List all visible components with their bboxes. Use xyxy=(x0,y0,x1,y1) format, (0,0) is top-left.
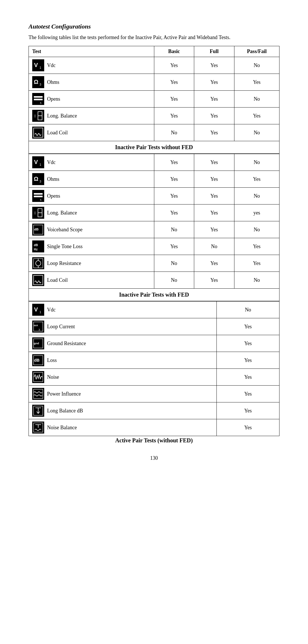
svg-text:5: 5 xyxy=(40,102,41,104)
long-balance-icon-2: ↕ xyxy=(32,207,44,219)
test-cell: Noise Balance xyxy=(29,419,217,436)
table-row: Noise Balance Yes xyxy=(29,419,279,436)
test-cell: Long Balance dB xyxy=(29,402,217,419)
page-number: 130 xyxy=(29,455,279,461)
noise-icon xyxy=(32,371,44,383)
svg-rect-8 xyxy=(34,99,43,100)
test-cell: V 1 Vdc xyxy=(29,57,154,74)
svg-rect-14 xyxy=(33,127,44,138)
table-row: Noise Yes xyxy=(29,369,279,386)
col-header-basic: Basic xyxy=(154,46,194,57)
vdc-icon-2: V 1 xyxy=(32,156,44,168)
vdc-icon-3: V 1 xyxy=(32,304,44,316)
test-cell: Noise xyxy=(29,369,217,386)
table-row: Power Influence Yes xyxy=(29,386,279,402)
section-footer: Active Pair Tests (without FED) xyxy=(29,437,279,444)
test-cell: dB Voiceband Scope xyxy=(29,221,154,238)
test-cell: mA 3 Loop Current xyxy=(29,318,217,335)
svg-text:3: 3 xyxy=(40,83,41,86)
svg-text:mA: mA xyxy=(34,324,38,327)
table-row: dB Hz Single Tone Loss Yes No Yes xyxy=(29,238,279,255)
svg-text:↕: ↕ xyxy=(34,210,36,215)
table-row: Load Coil No Yes No xyxy=(29,124,279,141)
table-row: 5 Opens Yes Yes No xyxy=(29,91,279,108)
svg-text:3: 3 xyxy=(40,180,41,183)
test-cell: dB Hz Single Tone Loss xyxy=(29,238,154,255)
test-cell: Load Coil xyxy=(29,124,154,141)
test-cell: Ω 3 Ohms xyxy=(29,74,154,91)
table-row: mA 3 Loop Current Yes xyxy=(29,318,279,335)
load-coil-icon-2 xyxy=(32,274,44,286)
test-cell: V 1 Vdc xyxy=(29,154,154,171)
svg-rect-24 xyxy=(34,196,43,197)
test-cell: Loop Resistance xyxy=(29,255,154,272)
table-row: Long Balance dB Yes xyxy=(29,402,279,419)
svg-text:Ω: Ω xyxy=(34,176,38,182)
single-tone-loss-icon: dB Hz xyxy=(32,240,44,252)
col-header-passfail: Pass/Fail xyxy=(234,46,279,57)
svg-rect-7 xyxy=(34,96,43,98)
svg-text:V: V xyxy=(34,159,38,165)
ohms-icon: Ω 3 xyxy=(32,76,44,88)
test-cell: Ω 3 Ohms xyxy=(29,171,154,188)
power-influence-icon xyxy=(32,388,44,400)
table-row: gnd Ground Resistance Yes xyxy=(29,335,279,352)
table1: Test Basic Full Pass/Fail V 1 Vdc Yes Ye… xyxy=(29,46,279,141)
svg-text:dB: dB xyxy=(34,227,39,231)
test-cell: ↕ Long. Balance xyxy=(29,204,154,221)
table-row: Loop Resistance No Yes Yes xyxy=(29,255,279,272)
test-cell: 5 Opens xyxy=(29,188,154,204)
test-cell: V 1 Vdc xyxy=(29,301,217,318)
svg-rect-58 xyxy=(33,388,44,399)
svg-rect-41 xyxy=(33,275,44,285)
loop-resistance-icon xyxy=(32,257,44,269)
svg-text:3: 3 xyxy=(38,328,40,331)
svg-text:V: V xyxy=(34,306,38,313)
loss-icon: dB xyxy=(32,354,44,366)
svg-text:dB: dB xyxy=(34,358,40,362)
table3: V 1 Vdc No mA 3 Loop Current xyxy=(29,301,279,436)
voiceband-scope-icon: dB xyxy=(32,224,44,236)
table-row: 5 Opens Yes Yes No xyxy=(29,188,279,204)
table-row: ↕ Long. Balance Yes Yes Yes xyxy=(29,108,279,124)
svg-text:1: 1 xyxy=(40,66,41,69)
opens-icon: 5 xyxy=(32,93,44,105)
section-header-2: Inactive Pair Tests with FED xyxy=(29,289,279,301)
section-header-1: Inactive Pair Tests without FED xyxy=(29,141,279,154)
test-cell: gnd Ground Resistance xyxy=(29,335,217,352)
noise-balance-icon xyxy=(32,422,44,434)
table-row: Ω 3 Ohms Yes Yes Yes xyxy=(29,74,279,91)
opens-icon-2: 5 xyxy=(32,190,44,202)
svg-text:Ω: Ω xyxy=(34,79,38,85)
long-balance-icon: ↕ xyxy=(32,110,44,122)
svg-text:1: 1 xyxy=(40,163,41,166)
table-row: ↕ Long. Balance Yes Yes yes xyxy=(29,204,279,221)
svg-text:V: V xyxy=(34,62,38,68)
svg-text:↕: ↕ xyxy=(34,113,36,118)
table-row: V 1 Vdc Yes Yes No xyxy=(29,154,279,171)
table-row: dB Voiceband Scope No Yes No xyxy=(29,221,279,238)
test-cell: Load Coil xyxy=(29,272,154,289)
table-row: V 1 Vdc No xyxy=(29,301,279,318)
table-row: Load Coil No Yes No xyxy=(29,272,279,289)
svg-text:dB: dB xyxy=(34,243,38,247)
table-row: Ω 3 Ohms Yes Yes Yes xyxy=(29,171,279,188)
ground-resistance-icon: gnd xyxy=(32,337,44,349)
intro-text: The following tables list the tests perf… xyxy=(29,34,279,41)
page-title: Autotest Configurations xyxy=(29,23,279,30)
vdc-icon: V 1 xyxy=(32,59,44,71)
loop-current-icon: mA 3 xyxy=(32,321,44,333)
svg-text:gnd: gnd xyxy=(34,342,39,345)
test-cell: Power Influence xyxy=(29,386,217,402)
svg-rect-23 xyxy=(34,193,43,195)
svg-text:5: 5 xyxy=(40,199,41,201)
test-cell: 5 Opens xyxy=(29,91,154,108)
col-header-test: Test xyxy=(29,46,154,57)
load-coil-icon xyxy=(32,127,44,139)
ohms-icon-2: Ω 3 xyxy=(32,173,44,185)
svg-text:Hz: Hz xyxy=(34,248,38,251)
test-cell: ↕ Long. Balance xyxy=(29,108,154,124)
table-row: dB Loss Yes xyxy=(29,352,279,369)
table2: V 1 Vdc Yes Yes No Ω 3 Ohms xyxy=(29,154,279,289)
col-header-full: Full xyxy=(194,46,234,57)
